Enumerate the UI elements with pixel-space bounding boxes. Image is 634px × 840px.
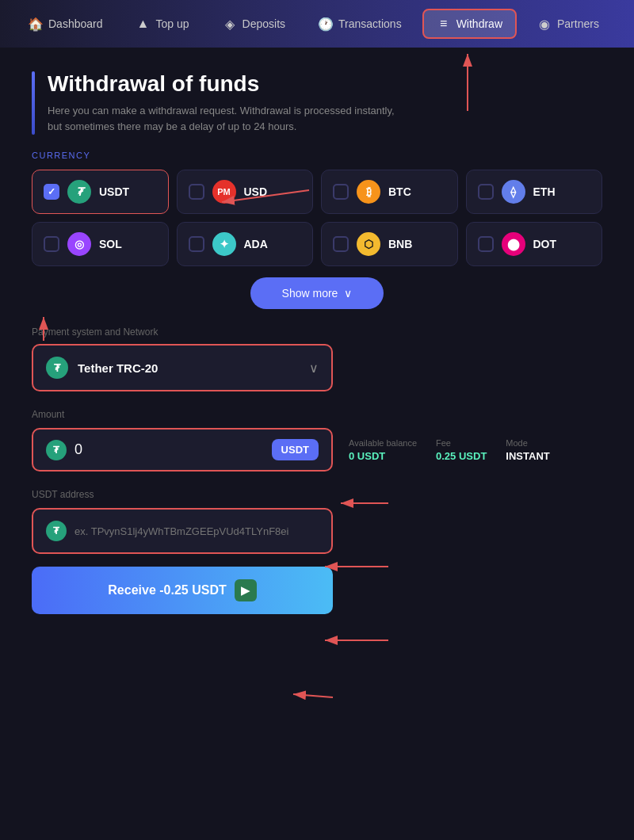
nav-item-transactions[interactable]: 🕐 Transactions xyxy=(306,10,414,37)
btc-checkbox xyxy=(333,184,349,200)
sol-icon: ◎ xyxy=(67,232,91,256)
eth-checkbox xyxy=(478,184,494,200)
usdt-name: USDT xyxy=(99,185,129,198)
nav-item-dashboard[interactable]: 🏠 Dashboard xyxy=(16,10,116,37)
transactions-icon: 🕐 xyxy=(319,17,333,31)
sol-checkbox xyxy=(44,236,59,252)
main-content: Withdrawal of funds Here you can make a … xyxy=(0,48,634,638)
eth-icon: ⟠ xyxy=(502,180,525,204)
ada-icon: ✦ xyxy=(212,232,236,256)
nav-item-deposits[interactable]: ◈ Deposits xyxy=(210,10,298,37)
amount-input[interactable] xyxy=(74,441,264,458)
payment-icon: ₮ xyxy=(46,357,68,379)
withdraw-icon: ≡ xyxy=(437,17,451,31)
btc-name: BTC xyxy=(388,185,411,198)
partners-icon: ◉ xyxy=(537,17,552,31)
fee-col: Fee 0.25 USDT xyxy=(436,438,487,462)
currency-item-eth[interactable]: ⟠ ETH xyxy=(466,170,603,214)
address-label: USDT address xyxy=(32,489,602,500)
currency-item-bnb[interactable]: ⬡ BNB xyxy=(321,222,458,266)
page-title-section: Withdrawal of funds Here you can make a … xyxy=(32,71,602,135)
ada-name: ADA xyxy=(244,238,268,250)
usdt-checkbox xyxy=(44,184,59,200)
bnb-checkbox xyxy=(333,236,349,252)
currency-item-dot[interactable]: ⬤ DOT xyxy=(466,222,603,266)
available-value: 0 USDT xyxy=(349,450,417,462)
dot-icon: ⬤ xyxy=(502,232,525,256)
payment-label: Payment system and Network xyxy=(32,326,602,338)
sol-name: SOL xyxy=(99,238,122,250)
bnb-icon: ⬡ xyxy=(357,232,380,256)
navbar: 🏠 Dashboard ▲ Top up ◈ Deposits 🕐 Transa… xyxy=(0,0,634,48)
amount-field: ₮ USDT xyxy=(32,428,333,472)
currency-item-usd[interactable]: PM USD xyxy=(177,170,314,214)
page-title: Withdrawal of funds xyxy=(48,71,396,97)
amount-row: ₮ USDT Available balance 0 USDT Fee 0.25… xyxy=(32,428,602,472)
show-more-button[interactable]: Show more ∨ xyxy=(250,277,384,309)
mode-label: Mode xyxy=(506,438,549,448)
usd-name: USD xyxy=(244,185,268,198)
fee-label: Fee xyxy=(436,438,487,448)
dashboard-icon: 🏠 xyxy=(29,17,43,31)
eth-name: ETH xyxy=(533,185,556,198)
fee-value: 0.25 USDT xyxy=(436,450,487,462)
topup-icon: ▲ xyxy=(136,17,151,31)
payment-selected: Tether TRC-20 xyxy=(78,361,300,375)
address-coin-icon: ₮ xyxy=(46,521,67,541)
amount-currency-badge: USDT xyxy=(272,439,319,460)
currency-item-btc[interactable]: ₿ BTC xyxy=(321,170,458,214)
btc-icon: ₿ xyxy=(357,180,380,204)
amount-label: Amount xyxy=(32,409,602,420)
mode-value: INSTANT xyxy=(506,450,549,462)
nav-item-withdraw[interactable]: ≡ Withdraw xyxy=(422,9,517,39)
deposits-icon: ◈ xyxy=(223,17,237,31)
currency-item-usdt[interactable]: ₮ USDT xyxy=(32,170,169,214)
mode-col: Mode INSTANT xyxy=(506,438,549,462)
address-field: ₮ xyxy=(32,508,333,554)
amount-info: Available balance 0 USDT Fee 0.25 USDT M… xyxy=(349,438,550,462)
usd-icon: PM xyxy=(212,180,236,204)
address-input[interactable] xyxy=(74,525,319,537)
dot-name: DOT xyxy=(533,238,557,250)
currency-label: CURRENCY xyxy=(32,151,602,160)
title-text: Withdrawal of funds Here you can make a … xyxy=(48,71,396,135)
left-accent-bar xyxy=(32,71,35,135)
nav-item-topup[interactable]: ▲ Top up xyxy=(124,10,202,37)
receive-button[interactable]: Receive -0.25 USDT ▶ xyxy=(32,567,333,614)
page-description: Here you can make a withdrawal request. … xyxy=(48,103,396,134)
currency-item-sol[interactable]: ◎ SOL xyxy=(32,222,169,266)
currency-item-ada[interactable]: ✦ ADA xyxy=(177,222,314,266)
dot-checkbox xyxy=(478,236,494,252)
receive-icon: ▶ xyxy=(235,579,257,601)
dropdown-chevron-icon: ∨ xyxy=(309,361,319,376)
bnb-name: BNB xyxy=(388,238,412,250)
chevron-down-icon: ∨ xyxy=(344,287,352,300)
amount-coin-icon: ₮ xyxy=(46,440,67,460)
available-balance-col: Available balance 0 USDT xyxy=(349,438,417,462)
currency-grid: ₮ USDT PM USD ₿ BTC ⟠ ETH ◎ SOL xyxy=(32,170,602,266)
ada-checkbox xyxy=(189,236,204,252)
svg-line-7 xyxy=(293,694,333,697)
available-label: Available balance xyxy=(349,438,417,448)
payment-dropdown[interactable]: ₮ Tether TRC-20 ∨ xyxy=(32,344,333,391)
nav-item-partners[interactable]: ◉ Partners xyxy=(525,10,612,37)
usd-checkbox xyxy=(189,184,204,200)
usdt-icon: ₮ xyxy=(67,180,91,204)
